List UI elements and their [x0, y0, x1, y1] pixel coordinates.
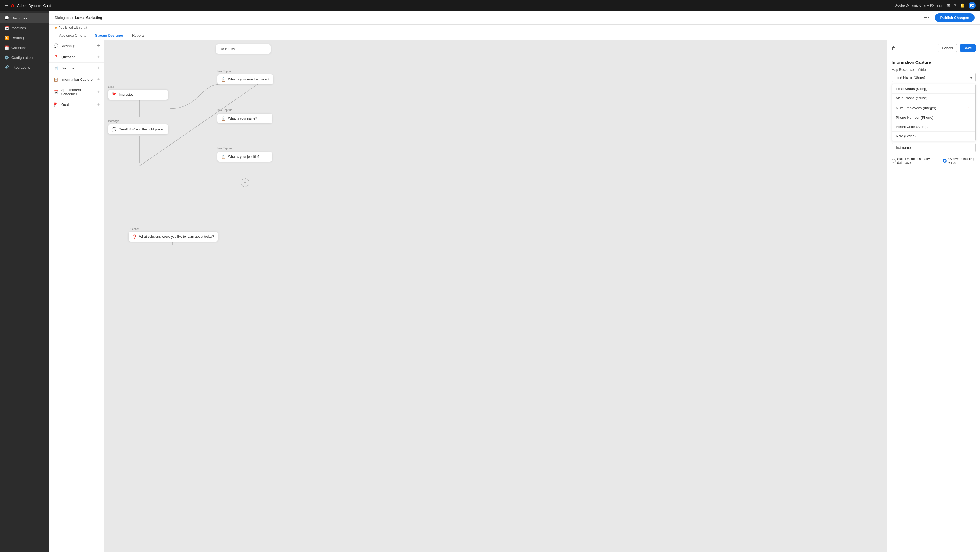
block-document[interactable]: 📄 Document + — [49, 63, 103, 74]
sidebar-item-label-calendar: Calendar — [11, 46, 26, 50]
avatar[interactable]: PX — [969, 2, 975, 9]
dropdown-item-label: Postal Code (String) — [896, 125, 928, 129]
dropdown-item-role[interactable]: Role (String) — [892, 132, 975, 140]
sidebar-item-meetings[interactable]: 📅 Meetings — [0, 23, 49, 33]
blocks-panel: 💬 Message + ❓ Question + — [49, 40, 104, 552]
status-dot — [55, 27, 57, 29]
info-capture-block-label: Information Capture — [61, 77, 93, 81]
node-name-capture[interactable]: 📋 What is your name? — [217, 113, 272, 123]
red-arrow-indicator: ← — [967, 105, 972, 110]
block-goal-left: 🚩 Goal — [53, 102, 68, 107]
tab-stream[interactable]: Stream Designer — [91, 31, 128, 40]
help-icon[interactable]: ? — [954, 3, 956, 8]
sidebar-nav: 💬 Dialogues 📅 Meetings 🔀 Routing 📆 Calen… — [0, 11, 49, 72]
radio-skip[interactable]: Skip if value is already in database — [892, 157, 937, 165]
radio-skip-circle — [892, 159, 896, 163]
dropdown-item-main-phone[interactable]: Main Phone (String) — [892, 94, 975, 103]
content-area: 💬 Message + ❓ Question + — [49, 40, 980, 552]
more-options-button[interactable]: ••• — [922, 14, 932, 22]
delete-button[interactable]: 🗑 — [892, 46, 896, 51]
dropdown-item-phone-number[interactable]: Phone Number (Phone) — [892, 113, 975, 122]
dropdown-item-num-employees[interactable]: Num Employees (Integer) ← — [892, 103, 975, 113]
document-block-icon: 📄 — [53, 65, 59, 71]
main-content: Dialogues › Luma Marketing ••• Publish C… — [49, 11, 980, 552]
block-question[interactable]: ❓ Question + — [49, 51, 103, 63]
info-capture-add-icon[interactable]: + — [97, 77, 100, 82]
node-solutions-body: ❓ What solutions would you like to learn… — [132, 235, 214, 239]
message-add-icon[interactable]: + — [97, 43, 100, 48]
sidebar-item-integrations[interactable]: 🔗 Integrations — [0, 62, 49, 72]
grid-icon[interactable]: ⊞ — [947, 3, 950, 8]
solutions-icon: ❓ — [132, 235, 137, 239]
radio-skip-label: Skip if value is already in database — [897, 157, 937, 165]
node-what-solutions[interactable]: ❓ What solutions would you like to learn… — [129, 232, 218, 241]
goal-label: Goal — [108, 85, 114, 88]
radio-overwrite-circle — [943, 159, 947, 163]
sidebar-item-calendar[interactable]: 📆 Calendar — [0, 43, 49, 53]
integrations-icon: 🔗 — [5, 65, 9, 70]
node-interested[interactable]: 🚩 Interested — [108, 89, 168, 100]
message-label-canvas: Message — [108, 120, 119, 123]
document-add-icon[interactable]: + — [97, 65, 100, 70]
question-add-icon[interactable]: + — [97, 54, 100, 59]
dropdown-item-label: Role (String) — [896, 134, 916, 138]
info-capture-block-icon: 📋 — [53, 77, 59, 82]
dropdown-item-label: Lead Status (String) — [896, 87, 928, 91]
dropdown-list: Lead Status (String) Main Phone (String)… — [892, 84, 975, 141]
sidebar-item-configuration[interactable]: ⚙️ Configuration — [0, 53, 49, 62]
info-capture-label-1: Info Capture — [217, 70, 232, 73]
sidebar-item-label-dialogues: Dialogues — [11, 16, 27, 20]
topbar-right: ••• Publish Changes — [922, 13, 975, 22]
question-block-label: Question — [61, 55, 75, 59]
response-text-input[interactable] — [892, 143, 975, 152]
node-email-capture[interactable]: 📋 What is your email address? — [217, 74, 273, 84]
block-goal[interactable]: 🚩 Goal + — [49, 99, 103, 110]
radio-overwrite[interactable]: Overwrite existing value — [943, 157, 975, 165]
info-capture-label-2: Info Capture — [217, 108, 232, 112]
name-icon: 📋 — [221, 116, 226, 121]
sidebar-item-label-routing: Routing — [11, 36, 24, 40]
tab-reports[interactable]: Reports — [128, 31, 149, 40]
right-panel-header: 🗑 Cancel Save — [887, 40, 980, 56]
document-block-label: Document — [61, 66, 77, 70]
dropdown-item-label: Main Phone (String) — [896, 96, 928, 100]
topbar-left: Dialogues › Luma Marketing — [55, 16, 102, 20]
publish-button[interactable]: Publish Changes — [935, 13, 975, 22]
routing-icon: 🔀 — [5, 35, 9, 40]
sidebar-item-label-configuration: Configuration — [11, 56, 33, 60]
save-button[interactable]: Save — [960, 44, 975, 52]
block-appointment[interactable]: 📅 Appointment Scheduler + — [49, 85, 103, 99]
notification-icon[interactable]: 🔔 — [960, 3, 965, 8]
appointment-add-icon[interactable]: + — [97, 89, 100, 94]
block-info-capture[interactable]: 📋 Information Capture + — [49, 74, 103, 85]
hamburger-icon[interactable]: ☰ — [5, 3, 8, 8]
cancel-button[interactable]: Cancel — [938, 44, 957, 52]
interested-icon: 🚩 — [112, 93, 117, 97]
attribute-dropdown[interactable]: First Name (String) — [892, 73, 975, 82]
node-email-text: What is your email address? — [228, 77, 269, 81]
sidebar-item-label-meetings: Meetings — [11, 26, 26, 30]
global-topbar-left: ☰ A Adobe Dynamic Chat — [5, 3, 51, 8]
global-topbar-right: Adobe Dynamic Chat – PX Team ⊞ ? 🔔 PX — [895, 2, 975, 9]
goal-add-icon[interactable]: + — [97, 102, 100, 107]
dropdown-item-postal-code[interactable]: Postal Code (String) — [892, 122, 975, 132]
goal-block-icon: 🚩 — [53, 102, 59, 107]
block-question-left: ❓ Question — [53, 54, 75, 60]
node-great-message[interactable]: 💬 Great! You're in the right place. — [108, 124, 168, 134]
sidebar-item-dialogues[interactable]: 💬 Dialogues — [0, 13, 49, 23]
dropdown-item-label: Phone Number (Phone) — [896, 115, 933, 120]
attribute-dropdown-wrapper[interactable]: First Name (String) ▼ — [892, 73, 975, 82]
tab-audience[interactable]: Audience Criteria — [55, 31, 91, 40]
dropdown-item-lead-status[interactable]: Lead Status (String) — [892, 84, 975, 94]
add-node-circle[interactable]: + — [240, 178, 250, 187]
block-message[interactable]: 💬 Message + — [49, 40, 103, 51]
breadcrumb-parent[interactable]: Dialogues — [55, 16, 70, 20]
node-no-thanks-text: No thanks. — [220, 47, 235, 51]
node-no-thanks[interactable]: No thanks. — [216, 44, 271, 54]
configuration-icon: ⚙️ — [5, 55, 9, 60]
status-row: Published with draft — [55, 26, 975, 31]
node-jobtitle-capture[interactable]: 📋 What is your job title? — [217, 152, 272, 162]
canvas[interactable]: No thanks. Goal 🚩 Interested Message — [104, 40, 887, 552]
sidebar-item-routing[interactable]: 🔀 Routing — [0, 33, 49, 43]
block-message-left: 💬 Message — [53, 43, 76, 48]
